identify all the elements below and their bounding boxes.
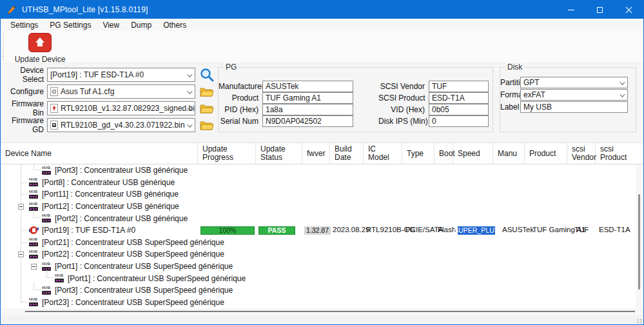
configure-combobox[interactable]: Asus Tuf A1.cfg bbox=[47, 84, 195, 99]
tree-elbow bbox=[21, 295, 28, 302]
col-scsi-vendor[interactable]: scsi Vendor bbox=[567, 143, 596, 164]
vertical-scrollbar[interactable] bbox=[636, 164, 642, 309]
tree-row-port2[interactable]: HUB [Port2] : Concentrateur USB génériqu… bbox=[1, 212, 643, 224]
col-fwver[interactable]: fwver bbox=[302, 143, 330, 164]
update-device-button[interactable]: Update Device bbox=[7, 32, 73, 63]
tree-row-port8[interactable]: HUB [Port8] : Concentrateur USB génériqu… bbox=[1, 177, 643, 189]
close-icon bbox=[625, 6, 632, 14]
manufacturer-field[interactable]: ASUSTek bbox=[262, 81, 353, 92]
collapse-expander-icon[interactable] bbox=[31, 264, 37, 270]
tree-row-port3[interactable]: HUB [Port3] : Concentrateur USB génériqu… bbox=[1, 164, 643, 177]
menu-settings[interactable]: Settings bbox=[5, 19, 44, 31]
close-button[interactable] bbox=[614, 1, 643, 19]
manufacturer-value: ASUSTek bbox=[266, 82, 298, 91]
tree-elbow bbox=[34, 282, 41, 290]
col-update-progress[interactable]: Update Progress bbox=[198, 143, 256, 164]
pid-hex-value: 1a8a bbox=[266, 105, 283, 114]
format-label: Format bbox=[500, 90, 520, 99]
col-boot[interactable]: Boot bbox=[434, 143, 453, 164]
product-field[interactable]: TUF Gaming A1 bbox=[262, 92, 353, 104]
col-device-name[interactable]: Device Name bbox=[1, 143, 198, 164]
partition-label: Partition bbox=[500, 78, 520, 87]
scan-devices-button[interactable] bbox=[199, 67, 215, 83]
horizontal-scrollbar[interactable] bbox=[1, 308, 643, 315]
collapse-expander-icon[interactable] bbox=[18, 204, 24, 210]
horizontal-scrollbar-thumb[interactable] bbox=[25, 311, 635, 312]
disk-ips-label: Disk IPS (Min) bbox=[378, 117, 429, 126]
format-combobox[interactable]: exFAT bbox=[520, 89, 628, 101]
speed-badge: SUPER_PLUS bbox=[458, 226, 495, 235]
fwver-badge: 1.32.87 bbox=[304, 226, 331, 235]
browse-firmware-bin-button[interactable] bbox=[199, 101, 215, 116]
label-field[interactable]: My USB bbox=[520, 101, 628, 113]
col-build-date[interactable]: Build Date bbox=[330, 143, 364, 164]
chevron-down-icon bbox=[620, 92, 625, 97]
scsi-vendor-label: SCSI Vendor bbox=[378, 82, 429, 91]
update-device-icon bbox=[28, 33, 52, 52]
tree-row-port1[interactable]: HUB [Port1] : Concentrateur USB SuperSpe… bbox=[1, 261, 643, 273]
tree-row-port23[interactable]: HUB [Port23] : Concentrateur USB SuperSp… bbox=[1, 297, 643, 309]
usb-hub-icon: HUB bbox=[42, 166, 52, 175]
disk-groupbox-title: Disk bbox=[505, 63, 524, 72]
tree-row-port22[interactable]: HUB [Port22] : Concentrateur USB SuperSp… bbox=[1, 248, 643, 261]
partition-combobox[interactable]: GPT bbox=[520, 77, 628, 88]
vid-hex-field[interactable]: 0b05 bbox=[429, 104, 489, 115]
maximize-button[interactable] bbox=[585, 1, 614, 19]
firmware-gd-label: Firmware GD bbox=[5, 116, 47, 134]
tree-row-port12[interactable]: HUB [Port12] : Concentrateur USB génériq… bbox=[1, 201, 643, 213]
configure-value: Asus Tuf A1.cfg bbox=[61, 87, 114, 96]
firmware-bin-combobox[interactable]: RTL9210B_v1.32.87.082923_signed.bin bbox=[47, 101, 195, 115]
serial-num-field[interactable]: N9D0AP042502 bbox=[262, 115, 353, 127]
scsi-product-field[interactable]: ESD-T1A bbox=[429, 92, 489, 104]
folder-icon bbox=[200, 86, 214, 97]
format-value: exFAT bbox=[523, 90, 545, 99]
scsi-vendor-cell: TUF bbox=[574, 226, 589, 233]
firmware-bin-row: Firmware Bin RTL9210B_v1.32.87.082923_si… bbox=[5, 101, 215, 115]
update-status-badge: PASS bbox=[259, 226, 295, 235]
device-select-combobox[interactable]: [Port19] : TUF ESD-T1A #0 bbox=[47, 68, 195, 82]
vertical-scrollbar-thumb[interactable] bbox=[638, 194, 640, 290]
usb-hub-icon: HUB bbox=[29, 202, 39, 211]
col-scsi-product[interactable]: scsi Product bbox=[596, 143, 637, 164]
tree-row-port3-ss[interactable]: HUB [Port3] : Concentrateur USB SuperSpe… bbox=[1, 284, 643, 297]
minimize-button[interactable] bbox=[556, 1, 585, 19]
toolbar-grip[interactable] bbox=[3, 33, 4, 61]
app-window: UTHSB_MPtool_Lite [v1.15.8.0119] Setting… bbox=[0, 0, 644, 325]
tree-row-port11[interactable]: HUB [Port11] : Concentrateur USB génériq… bbox=[1, 188, 643, 201]
menu-others[interactable]: Others bbox=[157, 19, 192, 31]
disk-ips-field[interactable]: 0 bbox=[429, 115, 489, 127]
scsi-product-label: SCSI Product bbox=[378, 94, 429, 103]
col-manu[interactable]: Manu bbox=[493, 143, 525, 164]
tree-row-port19-device[interactable]: [Port19] : TUF ESD-T1A #0 100% PASS 1.32… bbox=[1, 224, 643, 237]
status-bar bbox=[1, 315, 643, 325]
browse-config-button[interactable] bbox=[199, 84, 215, 99]
resize-grip-icon[interactable] bbox=[637, 319, 642, 324]
scsi-vendor-value: TUF bbox=[432, 82, 447, 91]
tree-row-port1-child[interactable]: HUB [Port1] : Concentrateur USB SuperSpe… bbox=[1, 272, 643, 284]
tree-row-port21[interactable]: HUB [Port21] : Concentrateur USB SuperSp… bbox=[1, 237, 643, 249]
browse-firmware-gd-button[interactable] bbox=[199, 117, 215, 133]
disk-groupbox: Disk Partition GPT Format exFAT Label My… bbox=[500, 67, 636, 132]
scsi-vendor-field[interactable]: TUF bbox=[429, 81, 489, 92]
menu-dump[interactable]: Dump bbox=[125, 19, 157, 31]
col-type[interactable]: Type bbox=[402, 143, 434, 164]
configure-row: Configure Asus Tuf A1.cfg bbox=[5, 84, 215, 99]
minimize-icon bbox=[568, 10, 574, 10]
col-speed[interactable]: Speed bbox=[453, 143, 493, 164]
title-bar: UTHSB_MPtool_Lite [v1.15.8.0119] bbox=[1, 1, 643, 19]
col-ic-model[interactable]: IC Model bbox=[364, 143, 402, 164]
product-value: TUF Gaming A1 bbox=[266, 94, 321, 103]
usb-hub-icon: HUB bbox=[29, 190, 39, 199]
collapse-expander-icon[interactable] bbox=[18, 251, 24, 257]
menu-pg-settings[interactable]: PG Settings bbox=[44, 19, 97, 31]
firmware-gd-combobox[interactable]: RTL9210B_gd_v4.30.23.071922.bin bbox=[47, 118, 195, 132]
maximize-icon bbox=[597, 7, 603, 13]
usb-hub-icon: HUB bbox=[42, 286, 52, 295]
cfg-file-icon bbox=[50, 87, 58, 96]
col-update-status[interactable]: Update Status bbox=[256, 143, 302, 164]
update-progress-bar: 100% bbox=[200, 226, 255, 235]
pid-hex-field[interactable]: 1a8a bbox=[262, 104, 353, 115]
partition-value: GPT bbox=[523, 78, 540, 87]
col-product[interactable]: Product bbox=[525, 143, 567, 164]
menu-view[interactable]: View bbox=[97, 19, 125, 31]
